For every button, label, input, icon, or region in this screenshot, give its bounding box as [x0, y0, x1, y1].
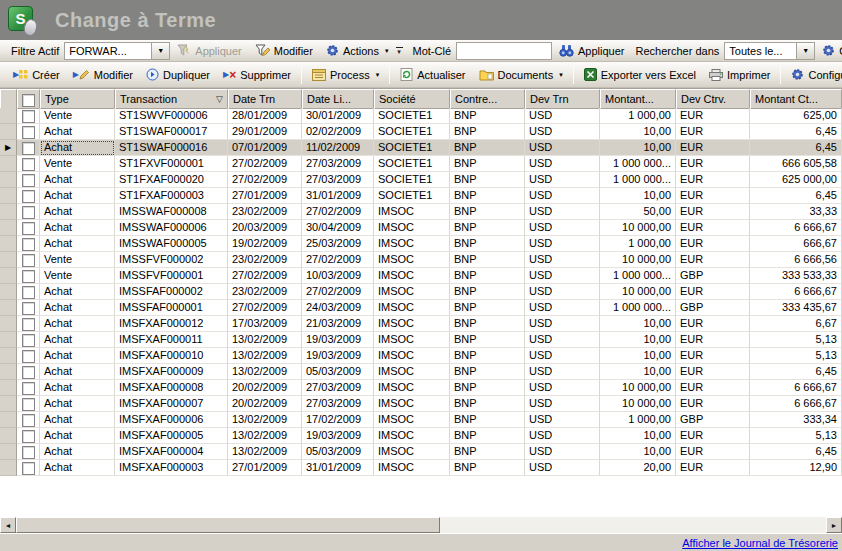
- cell-type[interactable]: Achat: [40, 188, 115, 204]
- row-checkbox[interactable]: [22, 110, 35, 123]
- cell-date-livraison[interactable]: 27/03/2009: [302, 380, 374, 396]
- cell-date-livraison[interactable]: 27/03/2009: [302, 156, 374, 172]
- cell-date-livraison[interactable]: 27/03/2009: [302, 396, 374, 412]
- cell-montant-ctrv[interactable]: 6 666,56: [750, 252, 842, 268]
- cell-transaction[interactable]: IMSFXAF000003: [115, 460, 228, 476]
- row-checkbox[interactable]: [22, 350, 35, 363]
- cell-date-trn[interactable]: 27/01/2009: [228, 460, 302, 476]
- cell-transaction[interactable]: ST1SWAF000016: [115, 140, 228, 156]
- cell-montant-trn[interactable]: 1 000,00: [600, 236, 676, 252]
- cell-societe[interactable]: IMSOC: [374, 364, 450, 380]
- horizontal-scrollbar[interactable]: ◄ ►: [0, 517, 842, 533]
- cell-transaction[interactable]: IMSFXAF000005: [115, 428, 228, 444]
- cell-societe[interactable]: IMSOC: [374, 428, 450, 444]
- row-checkbox[interactable]: [22, 270, 35, 283]
- cell-contrepartie[interactable]: BNP: [450, 396, 525, 412]
- row-checkbox-cell[interactable]: [17, 172, 40, 188]
- cell-societe[interactable]: IMSOC: [374, 316, 450, 332]
- cell-montant-ctrv[interactable]: 6,45: [750, 124, 842, 140]
- cell-type[interactable]: Achat: [40, 412, 115, 428]
- cell-societe[interactable]: IMSOC: [374, 380, 450, 396]
- documents-menu-button[interactable]: Documents ▾: [473, 66, 569, 84]
- cell-montant-ctrv[interactable]: 6,45: [750, 444, 842, 460]
- row-checkbox[interactable]: [22, 190, 35, 203]
- table-row[interactable]: AchatST1SWAF00001729/01/200902/02/2009SO…: [0, 124, 842, 140]
- cell-date-trn[interactable]: 27/02/2009: [228, 156, 302, 172]
- table-row[interactable]: AchatIMSFXAF00000820/02/200927/03/2009IM…: [0, 380, 842, 396]
- cell-date-trn[interactable]: 13/02/2009: [228, 348, 302, 364]
- cell-type[interactable]: Achat: [40, 364, 115, 380]
- duplicate-button[interactable]: Dupliquer: [140, 65, 216, 84]
- cell-dev-ctrv[interactable]: EUR: [676, 108, 750, 124]
- row-checkbox[interactable]: [22, 366, 35, 379]
- cell-montant-trn[interactable]: 1 000,00: [600, 412, 676, 428]
- cell-dev-trn[interactable]: USD: [525, 236, 600, 252]
- header-dev-ctrv[interactable]: Dev Ctrv.: [676, 89, 750, 109]
- cell-dev-ctrv[interactable]: EUR: [676, 348, 750, 364]
- row-checkbox[interactable]: [22, 158, 35, 171]
- cell-dev-trn[interactable]: USD: [525, 428, 600, 444]
- cell-dev-trn[interactable]: USD: [525, 348, 600, 364]
- cell-type[interactable]: Achat: [40, 172, 115, 188]
- cell-date-livraison[interactable]: 25/03/2009: [302, 236, 374, 252]
- cell-date-livraison[interactable]: 02/02/2009: [302, 124, 374, 140]
- row-checkbox-cell[interactable]: [17, 332, 40, 348]
- cell-date-trn[interactable]: 07/01/2009: [228, 140, 302, 156]
- cell-societe[interactable]: IMSOC: [374, 412, 450, 428]
- cell-montant-trn[interactable]: 1 000 000...: [600, 300, 676, 316]
- row-checkbox[interactable]: [22, 302, 35, 315]
- cell-montant-trn[interactable]: 10,00: [600, 332, 676, 348]
- cell-montant-trn[interactable]: 1 000 000...: [600, 156, 676, 172]
- cell-date-trn[interactable]: 19/02/2009: [228, 236, 302, 252]
- cell-type[interactable]: Achat: [40, 220, 115, 236]
- cell-transaction[interactable]: ST1FXAF000020: [115, 172, 228, 188]
- cell-societe[interactable]: IMSOC: [374, 252, 450, 268]
- cell-dev-ctrv[interactable]: GBP: [676, 268, 750, 284]
- cell-type[interactable]: Achat: [40, 300, 115, 316]
- configure-menu-button[interactable]: Configure ▾: [785, 65, 842, 84]
- cell-contrepartie[interactable]: BNP: [450, 156, 525, 172]
- cell-dev-ctrv[interactable]: GBP: [676, 412, 750, 428]
- cell-montant-trn[interactable]: 10,00: [600, 316, 676, 332]
- cell-montant-trn[interactable]: 10,00: [600, 444, 676, 460]
- cell-dev-ctrv[interactable]: EUR: [676, 252, 750, 268]
- cell-date-trn[interactable]: 20/02/2009: [228, 396, 302, 412]
- cell-societe[interactable]: IMSOC: [374, 220, 450, 236]
- delete-button[interactable]: ▶ × Supprimer: [217, 66, 297, 84]
- cell-montant-ctrv[interactable]: 6,45: [750, 188, 842, 204]
- create-button[interactable]: ▶ Créer: [7, 66, 66, 84]
- cell-dev-ctrv[interactable]: EUR: [676, 316, 750, 332]
- row-checkbox[interactable]: [22, 126, 35, 139]
- select-all-checkbox[interactable]: [22, 94, 35, 107]
- cell-societe[interactable]: IMSOC: [374, 236, 450, 252]
- cell-montant-trn[interactable]: 10 000,00: [600, 252, 676, 268]
- cell-dev-trn[interactable]: USD: [525, 396, 600, 412]
- cell-transaction[interactable]: ST1SWVF000006: [115, 108, 228, 124]
- cell-type[interactable]: Achat: [40, 140, 115, 156]
- cell-contrepartie[interactable]: BNP: [450, 460, 525, 476]
- cell-date-trn[interactable]: 13/02/2009: [228, 444, 302, 460]
- header-dev-trn[interactable]: Dev Trn: [525, 89, 600, 109]
- row-checkbox-cell[interactable]: [17, 204, 40, 220]
- cell-date-livraison[interactable]: 31/01/2009: [302, 460, 374, 476]
- chevron-down-icon[interactable]: ▼: [151, 42, 170, 60]
- cell-date-trn[interactable]: 27/02/2009: [228, 268, 302, 284]
- cell-dev-trn[interactable]: USD: [525, 268, 600, 284]
- cell-dev-trn[interactable]: USD: [525, 172, 600, 188]
- cell-montant-trn[interactable]: 50,00: [600, 204, 676, 220]
- cell-contrepartie[interactable]: BNP: [450, 108, 525, 124]
- table-row[interactable]: AchatIMSFXAF00000720/02/200927/03/2009IM…: [0, 396, 842, 412]
- header-contrepartie[interactable]: Contre...: [450, 89, 525, 109]
- table-row[interactable]: AchatIMSFXAF00001113/02/200919/03/2009IM…: [0, 332, 842, 348]
- cell-societe[interactable]: SOCIETE1: [374, 124, 450, 140]
- row-checkbox-cell[interactable]: [17, 348, 40, 364]
- cell-contrepartie[interactable]: BNP: [450, 268, 525, 284]
- table-row[interactable]: AchatIMSFXAF00000913/02/200905/03/2009IM…: [0, 364, 842, 380]
- print-button[interactable]: Imprimer: [703, 66, 776, 84]
- modify-filter-button[interactable]: Modifier: [249, 41, 319, 60]
- cell-contrepartie[interactable]: BNP: [450, 140, 525, 156]
- cell-contrepartie[interactable]: BNP: [450, 300, 525, 316]
- row-checkbox[interactable]: [22, 286, 35, 299]
- cell-transaction[interactable]: IMSFXAF000010: [115, 348, 228, 364]
- table-row[interactable]: AchatIMSSWAF00000823/02/200927/02/2009IM…: [0, 204, 842, 220]
